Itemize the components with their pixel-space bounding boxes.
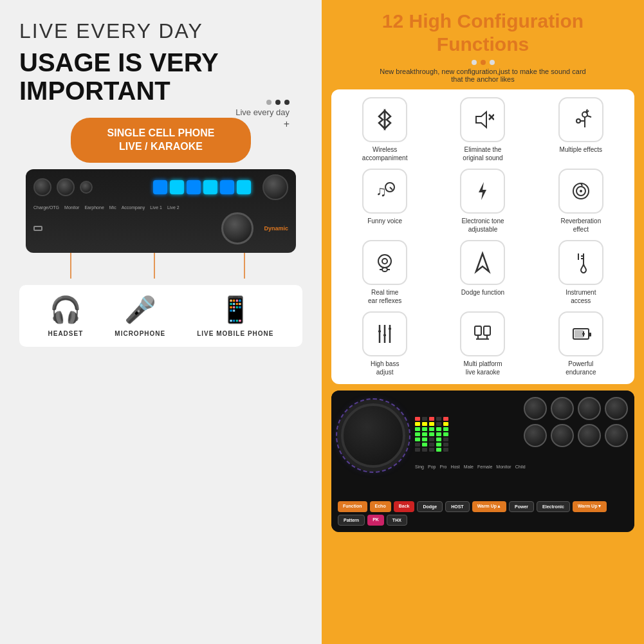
phone-icon: 📱 [219, 295, 252, 325]
btn-warmup[interactable]: Warm Up▲ [472, 501, 506, 512]
pad-cyan-2 [203, 180, 217, 194]
svg-marker-22 [476, 253, 489, 271]
wireless-icon-box [362, 97, 407, 142]
small-knob-5 [524, 424, 547, 447]
usage-title: USAGE IS VERY IMPORTANT [19, 48, 302, 105]
btn-thx[interactable]: THX [387, 515, 407, 526]
svg-rect-32 [475, 326, 481, 335]
connector-phone: 📱 LIVE MOBILE PHONE [197, 295, 273, 337]
func-realtime: Real timeear reflexes [339, 240, 430, 305]
knob-1 [33, 178, 51, 196]
small-knobs-area [524, 397, 628, 447]
bass-adjust-icon [373, 322, 396, 345]
func-effects: Multiple effects [535, 97, 627, 162]
func-reverb: Reverberationeffect [535, 169, 627, 234]
bottom-function-buttons: Function Echo Back Dodge HOST Warm Up▲ P… [338, 501, 628, 526]
label-monitor: Monitor [64, 205, 79, 210]
dynamic-label: Dynamic [264, 225, 288, 232]
bluetooth-icon [373, 108, 396, 131]
func-funny: ♫ Funny voice [339, 169, 430, 234]
btn-electronic[interactable]: Electronic [537, 501, 570, 512]
headset-icon: 🎧 [50, 295, 82, 325]
reverb-icon-box [558, 169, 603, 214]
btn-warmup2[interactable]: Warm Up▼ [573, 501, 607, 512]
endurance-icon [569, 322, 593, 345]
electronic-label: Electronic toneadjustable [461, 217, 504, 234]
pad-blue-1 [153, 180, 167, 194]
pads-area [153, 180, 251, 194]
svg-text:♫: ♫ [376, 183, 387, 199]
btn-echo[interactable]: Echo [370, 501, 391, 512]
level-meter [415, 400, 448, 452]
phone-label: LIVE MOBILE PHONE [197, 330, 273, 337]
soundcard-top [26, 169, 296, 205]
knob-3 [80, 181, 93, 194]
bar-col-4 [436, 417, 441, 452]
func-bass: High bassadjust [339, 311, 430, 376]
svg-rect-38 [589, 333, 591, 336]
right-panel: 12 High ConfigurationFunctions New break… [322, 0, 644, 644]
effects-label: Multiple effects [560, 145, 603, 154]
btn-power[interactable]: Power [509, 501, 534, 512]
func-dodge: Dodge function [437, 240, 528, 305]
platform-icon-box [460, 311, 505, 356]
carousel-indicator: Live every day + [235, 100, 290, 130]
eliminate-label: Eliminate theoriginal sound [463, 145, 502, 162]
small-knob-1 [524, 397, 547, 420]
svg-line-11 [390, 187, 392, 190]
carousel-label: Live every day [235, 107, 290, 117]
pad-cyan-1 [170, 180, 184, 194]
small-knob-8 [605, 424, 628, 447]
svg-rect-39 [575, 330, 584, 338]
label-mic: Mic [109, 205, 116, 210]
btn-function[interactable]: Function [338, 501, 367, 512]
instrument-label: Instrumentaccess [566, 288, 596, 305]
endurance-icon-box [558, 311, 603, 356]
dot-1 [266, 100, 271, 105]
knob-large [262, 174, 288, 200]
endurance-label: Powerfulendurance [566, 360, 596, 376]
small-knob-7 [578, 424, 601, 447]
eliminate-icon-box [460, 97, 505, 142]
label-accompany: Accompany [122, 205, 145, 210]
pad-blue-2 [187, 180, 201, 194]
reverb-icon [569, 179, 593, 203]
single-cell-badge: SINGLE CELL PHONELIVE / KARAOKE [71, 118, 251, 163]
btn-pk[interactable]: PK [367, 515, 384, 526]
small-knob-3 [578, 397, 601, 420]
right-header: 12 High ConfigurationFunctions New break… [331, 10, 634, 83]
ear-reflexes-icon [373, 251, 396, 274]
label-earphone: Earphone [84, 205, 104, 210]
realtime-label: Real timeear reflexes [368, 288, 401, 305]
headset-label: HEADSET [48, 330, 84, 337]
config-dot-2 [481, 60, 486, 65]
small-knob-2 [551, 397, 574, 420]
connector-lines [19, 253, 302, 279]
config-title: 12 High ConfigurationFunctions [331, 10, 634, 56]
mode-pro: Pro [439, 465, 446, 469]
btn-dodge[interactable]: Dodge [417, 501, 443, 512]
reverb-label: Reverberationeffect [560, 217, 601, 234]
funny-icon-box: ♫ [362, 169, 407, 214]
dodge-label: Dodge function [461, 288, 504, 297]
microphone-label: MICROPHONE [115, 330, 165, 337]
func-electronic: Electronic toneadjustable [437, 169, 528, 234]
electronic-tone-icon [471, 179, 494, 203]
func-wireless: Wirelessaccompaniment [339, 97, 430, 162]
config-dots [331, 60, 634, 65]
electronic-icon-box [460, 169, 505, 214]
effects-icon-box [558, 97, 603, 142]
soundcard-bottom-row: Dynamic [26, 210, 296, 247]
bottom-device-illustration: Sing Pop Pro Host Male Female Monitor Ch… [331, 391, 634, 532]
dodge-icon [471, 251, 494, 274]
knob-2 [57, 178, 75, 196]
svg-point-8 [576, 119, 580, 123]
svg-point-15 [580, 190, 582, 192]
svg-rect-34 [484, 326, 490, 335]
btn-host[interactable]: HOST [445, 501, 469, 512]
btn-pattern[interactable]: Pattern [338, 515, 365, 526]
platform-label: Multi platformlive karaoke [463, 360, 502, 376]
mode-sing: Sing [415, 465, 424, 469]
btn-back[interactable]: Back [394, 501, 415, 512]
func-eliminate: Eliminate theoriginal sound [437, 97, 528, 162]
